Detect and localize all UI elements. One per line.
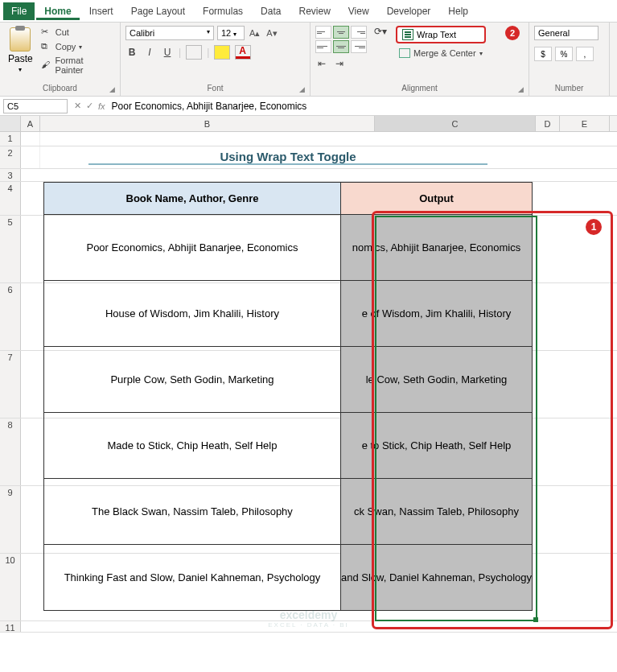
col-header-e[interactable]: E [560,116,610,131]
sheet-title: Using Wrap Text Toggle [40,146,536,168]
tab-home[interactable]: Home [36,2,79,20]
col-header-a[interactable]: A [21,116,40,131]
col-header-b[interactable]: B [40,116,375,131]
group-number-label: Number [555,84,584,93]
orientation-button[interactable]: ⟳▾ [372,24,389,39]
font-size-select[interactable]: 12 ▾ [217,26,245,40]
scissors-icon: ✂ [41,27,52,38]
tab-insert[interactable]: Insert [81,2,121,20]
copy-button[interactable]: ⧉Copy ▾ [39,40,115,53]
copy-icon: ⧉ [41,41,52,52]
comma-button[interactable]: , [576,47,594,61]
cell-c6[interactable]: e of Wisdom, Jim Khalili, History [340,281,532,347]
row-header-11[interactable]: 11 [0,621,21,632]
decrease-indent-button[interactable]: ⇤ [315,56,328,71]
cut-button[interactable]: ✂Cut [39,26,115,39]
bold-button[interactable]: B [125,45,138,60]
paste-label: Paste [8,53,33,64]
underline-button[interactable]: U [161,45,174,60]
number-format-select[interactable]: General [534,26,598,40]
name-box[interactable] [3,99,68,113]
align-center-button[interactable] [333,40,349,53]
clipboard-launcher-icon[interactable]: ◢ [109,85,115,93]
currency-button[interactable]: $ [534,47,552,61]
cell-c8[interactable]: e to Stick, Chip Heath, Self Help [340,413,532,479]
cell-b6[interactable]: House of Wisdom, Jim Khalili, History [44,281,341,347]
callout-step-2: 2 [505,26,520,40]
increase-font-button[interactable]: A▴ [248,28,261,39]
merge-icon [399,48,410,58]
row-header-6[interactable]: 6 [0,283,21,350]
row-header-8[interactable]: 8 [0,418,21,485]
tab-help[interactable]: Help [440,2,476,20]
group-number: General $ % , Number [529,23,610,96]
table-row[interactable]: Poor Economics, Abhijit Banarjee, Econom… [44,215,533,281]
tab-data[interactable]: Data [253,2,289,20]
cancel-formula-icon[interactable]: ✕ [74,101,81,111]
align-left-button[interactable] [315,40,331,53]
cell-c7[interactable]: le Cow, Seth Godin, Marketing [340,347,532,413]
cell-b9[interactable]: The Black Swan, Nassim Taleb, Philosophy [44,479,341,545]
table-row[interactable]: Made to Stick, Chip Heath, Self Helpe to… [44,413,533,479]
format-painter-button[interactable]: 🖌Format Painter [39,55,115,76]
decrease-font-button[interactable]: A▾ [265,28,278,39]
watermark: exceldemy EXCEL · DATA · BI [268,608,349,629]
tab-file[interactable]: File [3,2,35,20]
wrap-text-icon [402,29,413,40]
callout-step-1: 1 [586,219,602,235]
tab-page-layout[interactable]: Page Layout [123,2,193,20]
row-header-7[interactable]: 7 [0,351,21,418]
cell-b5[interactable]: Poor Economics, Abhijit Banarjee, Econom… [44,215,341,281]
align-top-center-button[interactable] [333,26,349,39]
cell-c5[interactable]: nomics, Abhijit Banarjee, Economics [340,215,532,281]
table-row[interactable]: Purple Cow, Seth Godin, Marketingle Cow,… [44,347,533,413]
percent-button[interactable]: % [555,47,573,61]
fx-icon[interactable]: fx [98,101,105,111]
increase-indent-button[interactable]: ⇥ [333,56,346,71]
enter-formula-icon[interactable]: ✓ [86,101,93,111]
cell-b7[interactable]: Purple Cow, Seth Godin, Marketing [44,347,341,413]
cell-b10[interactable]: Thinking Fast and Slow, Daniel Kahneman,… [44,545,341,611]
align-right-button[interactable] [351,40,367,53]
cell-b8[interactable]: Made to Stick, Chip Heath, Self Help [44,413,341,479]
row-header-1[interactable]: 1 [0,132,21,146]
paste-button[interactable]: Paste ▾ [5,26,36,76]
group-clipboard: Paste ▾ ✂Cut ⧉Copy ▾ 🖌Format Painter Cli… [0,23,121,96]
borders-button[interactable] [186,45,202,60]
italic-button[interactable]: I [143,45,156,60]
column-headers: A B C D E [0,116,617,132]
select-all-corner[interactable] [0,116,21,131]
cell-c9[interactable]: ck Swan, Nassim Taleb, Philosophy [340,479,532,545]
tab-developer[interactable]: Developer [379,2,439,20]
col-header-c[interactable]: C [375,116,536,131]
fill-color-button[interactable] [214,45,230,60]
tab-review[interactable]: Review [290,2,338,20]
group-alignment-label: Alignment [401,84,437,93]
align-top-right-button[interactable] [351,26,367,39]
col-header-d[interactable]: D [536,116,560,131]
table-row[interactable]: The Black Swan, Nassim Taleb, Philosophy… [44,479,533,545]
alignment-launcher-icon[interactable]: ◢ [518,85,524,93]
formula-bar-row: ✕ ✓ fx [0,97,617,116]
row-header-5[interactable]: 5 [0,216,21,282]
ribbon-tab-bar: File Home Insert Page Layout Formulas Da… [0,0,617,23]
row-header-4[interactable]: 4 [0,182,21,215]
tab-view[interactable]: View [340,2,377,20]
group-clipboard-label: Clipboard [43,84,77,93]
table-row[interactable]: Thinking Fast and Slow, Daniel Kahneman,… [44,545,533,611]
table-row[interactable]: House of Wisdom, Jim Khalili, Historye o… [44,281,533,347]
worksheet[interactable]: 1 2 Using Wrap Text Toggle 3 4 5 6 7 8 9… [0,132,617,633]
font-name-select[interactable]: Calibri ▾ [125,26,214,40]
wrap-text-button[interactable]: Wrap Text [396,26,486,43]
row-header-10[interactable]: 10 [0,554,21,620]
row-header-2[interactable]: 2 [0,146,21,168]
merge-center-button[interactable]: Merge & Center ▾ [396,47,486,60]
align-top-left-button[interactable] [315,26,331,39]
font-color-button[interactable]: A [235,45,251,60]
formula-bar[interactable] [110,99,614,113]
cell-c10[interactable]: and Slow, Daniel Kahneman, Psychology [340,545,532,611]
tab-formulas[interactable]: Formulas [195,2,251,20]
row-header-3[interactable]: 3 [0,169,21,181]
font-launcher-icon[interactable]: ◢ [299,85,305,93]
row-header-9[interactable]: 9 [0,486,21,553]
